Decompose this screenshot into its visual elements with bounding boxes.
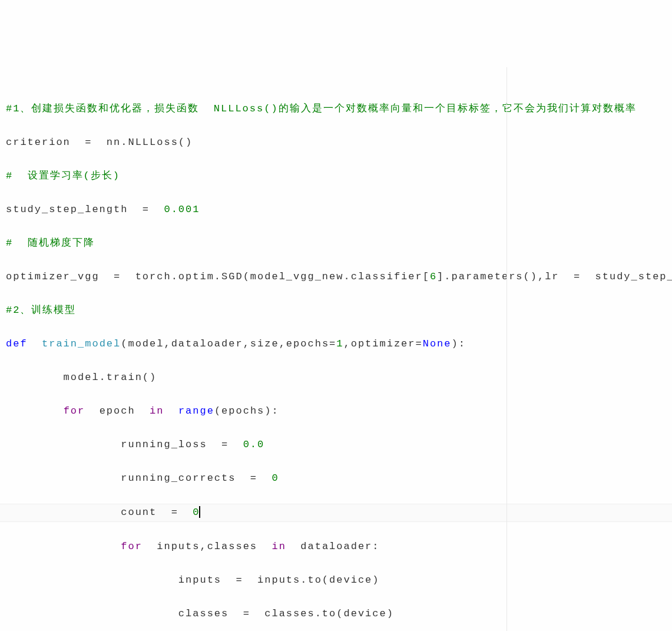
code-line[interactable]: # 设置学习率(步长) [0,168,672,185]
code-line[interactable]: classes = classes.to(device) [0,606,672,623]
code-line[interactable]: inputs = inputs.to(device) [0,572,672,589]
code-line[interactable]: #1、创建损失函数和优化器，损失函数 NLLLoss()的输入是一个对数概率向量… [0,101,672,118]
code-text: ,optimizer= [344,338,423,349]
keyword: def [6,338,28,349]
code-text: ): [452,338,466,349]
keyword: in [272,541,286,552]
code-text: criterion = nn.NLLLoss() [6,137,193,148]
code-text: running_corrects = [6,473,272,484]
code-line[interactable]: study_step_length = 0.001 [0,201,672,219]
cursor [199,506,200,518]
keyword: for [121,541,143,552]
code-text: running_loss = [6,439,243,450]
number: 0.0 [243,439,265,450]
code-line[interactable]: running_loss = 0.0 [0,437,672,454]
builtin: range [178,405,214,417]
number: 0.001 [164,204,200,215]
code-line[interactable]: model.train() [0,369,672,386]
code-line-active[interactable]: count = 0 [0,504,672,522]
code-line[interactable]: running_corrects = 0 [0,470,672,487]
code-text: (model,dataloader,size,epochs= [121,338,336,349]
code-text [164,405,178,417]
code-text: inputs = inputs.to(device) [6,574,380,586]
function-name: train_model [42,338,121,349]
code-line[interactable]: for epoch in range(epochs): [0,403,672,420]
code-text: epoch [85,405,150,417]
number: 1 [336,338,343,349]
keyword: None [423,338,452,349]
code-text: inputs,classes [143,541,272,552]
code-text: classes = classes.to(device) [6,608,394,619]
comment: #1、创建损失函数和优化器，损失函数 NLLLoss()的输入是一个对数概率向量… [6,103,637,114]
code-editor[interactable]: #1、创建损失函数和优化器，损失函数 NLLLoss()的输入是一个对数概率向量… [0,67,672,631]
code-text: study_step_length = [6,204,164,215]
comment: #2、训练模型 [6,305,76,316]
keyword: for [64,405,85,417]
code-text: ].parameters(),lr = study_step_length) [437,271,672,282]
keyword: in [150,405,164,417]
code-text: model.train() [6,372,157,383]
code-text: (epochs): [214,405,279,417]
code-line[interactable]: #2、训练模型 [0,302,672,319]
code-text: optimizer_vgg = torch.optim.SGD(model_vg… [6,271,430,282]
number: 0 [272,473,279,484]
code-line[interactable]: optimizer_vgg = torch.optim.SGD(model_vg… [0,269,672,286]
code-line[interactable]: criterion = nn.NLLLoss() [0,134,672,151]
code-text: dataloader: [286,541,380,552]
comment: # 设置学习率(步长) [6,170,120,181]
code-line[interactable]: def train_model(model,dataloader,size,ep… [0,336,672,353]
code-text: count = [6,507,193,518]
number: 6 [430,271,437,282]
code-line[interactable]: # 随机梯度下降 [0,235,672,252]
comment: # 随机梯度下降 [6,237,95,249]
code-line[interactable]: for inputs,classes in dataloader: [0,539,672,556]
